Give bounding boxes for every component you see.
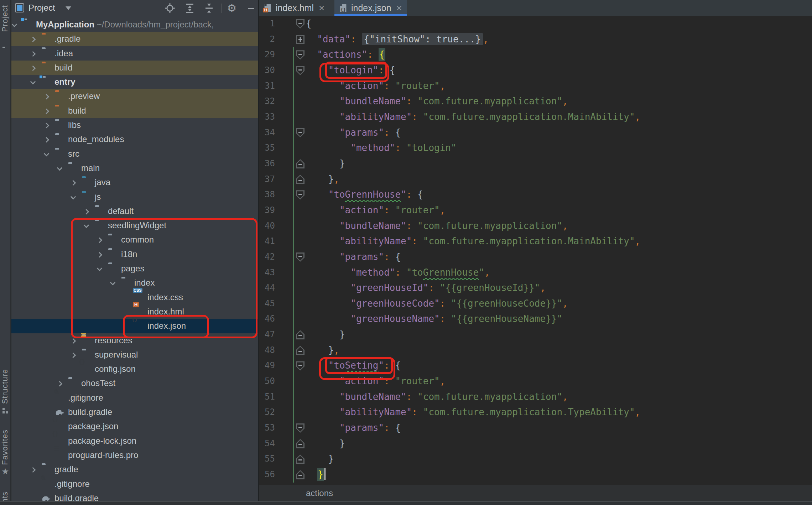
tree-item-supervisual[interactable]: supervisual: [11, 348, 258, 362]
fold-collapse-icon[interactable]: [296, 346, 304, 355]
tree-item-default[interactable]: default: [11, 204, 258, 218]
chevron-expanded-icon[interactable]: [84, 223, 89, 228]
chevron-collapsed-icon[interactable]: [30, 37, 36, 42]
chevron-collapsed-icon[interactable]: [44, 123, 50, 129]
chevron-collapsed-icon[interactable]: [97, 252, 103, 257]
toolwindow-favorites-label[interactable]: Favorites: [0, 429, 10, 465]
chevron-collapsed-icon[interactable]: [30, 467, 36, 473]
code-line-56[interactable]: 56 }: [259, 467, 812, 483]
tree-item--idea[interactable]: .idea: [11, 46, 258, 61]
code-line-52[interactable]: 52 "abilityName": "com.future.myapplicat…: [259, 405, 812, 420]
code-line-50[interactable]: 50 "action": "router",: [259, 374, 812, 389]
chevron-collapsed-icon[interactable]: [30, 51, 36, 57]
project-panel-title[interactable]: Project: [28, 3, 55, 13]
toolwindow-project-label[interactable]: Project: [0, 5, 10, 32]
tree-item-package-json[interactable]: {}package.json: [11, 419, 258, 433]
chevron-collapsed-icon[interactable]: [57, 381, 63, 387]
tree-item-index-json[interactable]: {}index.json: [11, 319, 258, 333]
code-line-54[interactable]: 54 }: [259, 436, 812, 452]
tree-item--gitignore[interactable]: .gitignore: [11, 477, 258, 491]
code-line-31[interactable]: 31 "action": "router",: [259, 78, 812, 94]
code-line-41[interactable]: 41 "abilityName": "com.future.myapplicat…: [259, 234, 812, 249]
tree-item-resources[interactable]: resources: [11, 333, 258, 348]
code-line-53[interactable]: 53 "params": {: [259, 420, 812, 436]
chevron-collapsed-icon[interactable]: [84, 209, 89, 215]
code-editor[interactable]: 1{2 "data": {"initShow": true...},29 "ac…: [259, 16, 812, 483]
code-line-36[interactable]: 36 }: [259, 156, 812, 172]
code-line-42[interactable]: 42 "params": {: [259, 249, 812, 265]
code-line-1[interactable]: 1{: [259, 16, 812, 32]
code-line-51[interactable]: 51 "bundleName": "com.future.myapplicati…: [259, 389, 812, 405]
chevron-collapsed-icon[interactable]: [71, 338, 76, 344]
chevron-expanded-icon[interactable]: [71, 194, 76, 199]
tree-item-libs[interactable]: libs: [11, 118, 258, 132]
code-line-38[interactable]: 38 "toGrennHouse": {: [259, 187, 812, 203]
fold-collapse-icon[interactable]: [296, 190, 304, 199]
tree-item-java[interactable]: java: [11, 175, 258, 189]
tree-item--preview[interactable]: .preview: [11, 89, 258, 103]
fold-collapse-icon[interactable]: [296, 470, 304, 479]
tree-item-seedlingwidget[interactable]: seedlingWidget: [11, 218, 258, 233]
tree-item-ohostest[interactable]: ohosTest: [11, 376, 258, 390]
chevron-expanded-icon[interactable]: [44, 151, 50, 156]
chevron-collapsed-icon[interactable]: [44, 137, 50, 143]
close-icon[interactable]: ×: [396, 3, 402, 13]
fold-collapse-icon[interactable]: [296, 439, 304, 448]
fold-collapse-icon[interactable]: [296, 128, 304, 137]
code-line-46[interactable]: 46 "greenHouseName": "{{greenHouseName}}…: [259, 311, 812, 327]
locate-file-icon[interactable]: [165, 3, 175, 14]
fold-collapse-icon[interactable]: [296, 50, 304, 59]
code-line-30[interactable]: 30 "toLogin": {: [259, 63, 812, 78]
tree-item-entry[interactable]: entry: [11, 75, 258, 89]
toolwindow-structure-label[interactable]: Structure: [0, 369, 10, 404]
tree-item-build-gradle[interactable]: build.gradle: [11, 491, 258, 501]
chevron-expanded-icon[interactable]: [110, 280, 116, 286]
fold-collapse-icon[interactable]: [296, 423, 304, 433]
fold-collapse-icon[interactable]: [296, 19, 304, 28]
code-line-49[interactable]: 49 "toSeting": {: [259, 358, 812, 374]
chevron-collapsed-icon[interactable]: [71, 353, 76, 358]
fold-collapse-icon[interactable]: [296, 361, 304, 370]
code-line-47[interactable]: 47 }: [259, 327, 812, 343]
fold-collapse-icon[interactable]: [296, 330, 304, 339]
chevron-collapsed-icon[interactable]: [97, 238, 103, 243]
fold-collapse-icon[interactable]: [296, 252, 304, 262]
tree-item-proguard-rules-pro[interactable]: proguard-rules.pro: [11, 448, 258, 462]
tree-item-pages[interactable]: pages: [11, 261, 258, 276]
close-icon[interactable]: ×: [319, 3, 324, 13]
tree-item-common[interactable]: common: [11, 233, 258, 247]
tree-item-build[interactable]: build: [11, 104, 258, 118]
favorites-star-icon[interactable]: ★: [1, 467, 9, 476]
code-line-39[interactable]: 39 "action": "router",: [259, 203, 812, 218]
chevron-expanded-icon[interactable]: [97, 266, 103, 271]
code-line-48[interactable]: 48 },: [259, 343, 812, 358]
hide-panel-icon[interactable]: −: [246, 3, 256, 14]
tree-item-build[interactable]: build: [11, 61, 258, 75]
chevron-expanded-icon[interactable]: [12, 22, 17, 27]
collapse-all-icon[interactable]: [204, 3, 214, 14]
fold-collapse-icon[interactable]: [296, 175, 304, 184]
tree-item--gitignore[interactable]: .gitignore: [11, 391, 258, 405]
tree-item-node-modules[interactable]: node_modules: [11, 132, 258, 146]
code-line-45[interactable]: 45 "greenHouseCode": "{{greenHouseCode}}…: [259, 296, 812, 312]
settings-gear-icon[interactable]: ⚙: [227, 3, 237, 14]
fold-collapse-icon[interactable]: [296, 159, 304, 168]
fold-collapse-icon[interactable]: [296, 454, 304, 464]
tree-item-js[interactable]: js: [11, 190, 258, 204]
chevron-collapsed-icon[interactable]: [71, 180, 76, 186]
chevron-expanded-icon[interactable]: [57, 165, 63, 171]
tree-item-build-gradle[interactable]: build.gradle: [11, 405, 258, 419]
chevron-down-icon[interactable]: [66, 6, 71, 10]
fold-expand-icon[interactable]: [296, 35, 304, 44]
code-line-44[interactable]: 44 "greenHouseId": "{{greenHouseId}}",: [259, 280, 812, 296]
tab-index-hml[interactable]: H index.hml ×: [259, 0, 329, 16]
code-line-35[interactable]: 35 "method": "toLogin": [259, 140, 812, 156]
code-line-43[interactable]: 43 "method": "toGrennHouse",: [259, 265, 812, 281]
breadcrumb-item-actions[interactable]: actions: [306, 488, 333, 498]
code-line-34[interactable]: 34 "params": {: [259, 125, 812, 141]
code-line-37[interactable]: 37 },: [259, 172, 812, 187]
code-line-33[interactable]: 33 "abilityName": "com.future.myapplicat…: [259, 109, 812, 125]
tree-item-myapplication[interactable]: MyApplication ~/Downloads/hm_project/bac…: [11, 17, 258, 32]
tree-item-package-lock-json[interactable]: {}package-lock.json: [11, 434, 258, 448]
chevron-expanded-icon[interactable]: [30, 79, 36, 85]
